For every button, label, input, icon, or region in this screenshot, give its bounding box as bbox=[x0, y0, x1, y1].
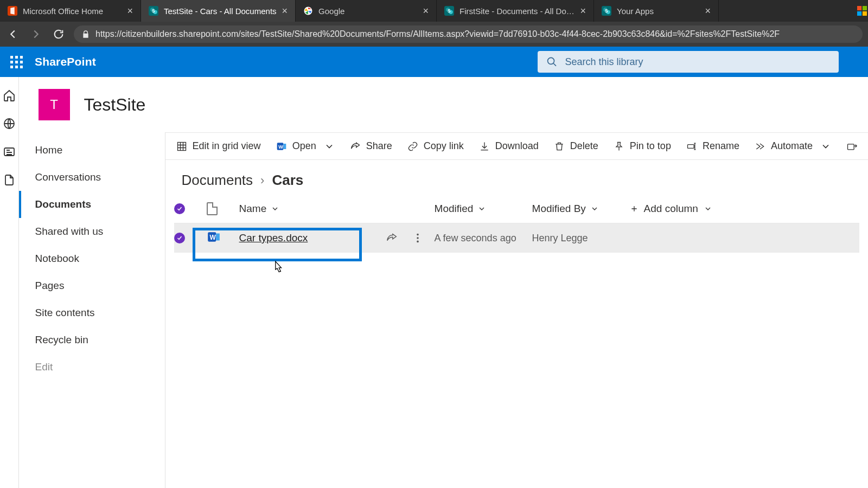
nav-recycle-bin[interactable]: Recycle bin bbox=[19, 326, 165, 354]
close-icon[interactable]: × bbox=[705, 5, 711, 17]
search-box[interactable] bbox=[538, 51, 839, 73]
add-column-button[interactable]: Add column bbox=[630, 203, 738, 215]
reload-button[interactable] bbox=[51, 27, 66, 42]
move-button[interactable] bbox=[846, 141, 857, 152]
svg-text:S: S bbox=[448, 9, 451, 14]
home-icon[interactable] bbox=[3, 89, 16, 102]
share-button[interactable]: Share bbox=[350, 140, 392, 152]
close-icon[interactable]: × bbox=[127, 5, 133, 17]
row-name-cell: Car types.docx bbox=[239, 232, 435, 244]
svg-text:S: S bbox=[152, 9, 155, 14]
grid-icon bbox=[176, 141, 187, 152]
nav-site-contents[interactable]: Site contents bbox=[19, 299, 165, 326]
download-icon bbox=[479, 141, 490, 152]
cmd-label: Edit in grid view bbox=[193, 140, 261, 152]
rename-button[interactable]: Rename bbox=[686, 140, 739, 152]
nav-shared-with-us[interactable]: Shared with us bbox=[19, 218, 165, 245]
sharepoint-icon: S bbox=[149, 6, 158, 16]
chevron-down-icon bbox=[324, 141, 335, 152]
google-icon bbox=[303, 6, 313, 16]
nav-conversations[interactable]: Conversations bbox=[19, 164, 165, 191]
cmd-label: Copy link bbox=[424, 140, 464, 152]
file-name-link[interactable]: Car types.docx bbox=[239, 232, 308, 244]
header-label: Add column bbox=[644, 203, 698, 215]
back-button[interactable] bbox=[5, 27, 21, 42]
open-button[interactable]: W Open bbox=[276, 140, 335, 152]
nav-home[interactable]: Home bbox=[19, 137, 165, 164]
header-label: Name bbox=[239, 203, 267, 215]
svg-rect-25 bbox=[687, 144, 694, 148]
browser-tab[interactable]: S TestSite - Cars - All Documents × bbox=[141, 0, 296, 22]
app-launcher-icon[interactable] bbox=[8, 53, 25, 70]
tab-title: Google bbox=[318, 7, 417, 16]
breadcrumb-current: Cars bbox=[272, 172, 303, 189]
share-icon[interactable] bbox=[386, 232, 398, 244]
chevron-down-icon bbox=[704, 204, 712, 213]
url-text: https://citizenbuilders.sharepoint.com/s… bbox=[95, 29, 780, 39]
sharepoint-icon: S bbox=[602, 6, 611, 16]
flow-icon bbox=[755, 141, 765, 152]
breadcrumb-parent[interactable]: Documents bbox=[182, 172, 253, 189]
globe-icon[interactable] bbox=[3, 117, 16, 130]
chevron-down-icon bbox=[820, 141, 831, 152]
browser-tab[interactable]: Microsoft Office Home × bbox=[0, 0, 141, 22]
close-icon[interactable]: × bbox=[282, 5, 288, 17]
close-icon[interactable]: × bbox=[423, 5, 429, 17]
name-header[interactable]: Name bbox=[239, 203, 435, 215]
brand-label[interactable]: SharePoint bbox=[35, 55, 96, 68]
document-grid: Name Modified Modified By bbox=[165, 194, 868, 253]
download-button[interactable]: Download bbox=[479, 140, 539, 152]
suite-bar: SharePoint bbox=[0, 47, 868, 77]
copy-link-button[interactable]: Copy link bbox=[407, 140, 464, 152]
select-all-header[interactable] bbox=[174, 203, 207, 214]
files-icon[interactable] bbox=[3, 174, 16, 187]
svg-rect-24 bbox=[283, 144, 286, 149]
row-selector[interactable] bbox=[174, 233, 207, 243]
check-circle-icon bbox=[174, 203, 185, 214]
app-rail bbox=[0, 77, 19, 488]
delete-button[interactable]: Delete bbox=[554, 140, 598, 152]
trash-icon bbox=[554, 141, 565, 152]
search-input[interactable] bbox=[565, 56, 830, 68]
more-icon[interactable] bbox=[412, 232, 424, 244]
cmd-label: Download bbox=[495, 140, 539, 152]
row-modified-by: Henry Legge bbox=[532, 233, 630, 244]
table-row[interactable]: W Car types.docx A few seconds ago Henry… bbox=[174, 223, 859, 253]
news-icon[interactable] bbox=[3, 145, 16, 158]
url-field[interactable]: https://citizenbuilders.sharepoint.com/s… bbox=[74, 25, 863, 43]
svg-point-18 bbox=[548, 57, 554, 64]
command-bar: Edit in grid view W Open Share Copy link bbox=[165, 133, 868, 159]
svg-point-30 bbox=[417, 234, 419, 236]
type-header[interactable] bbox=[207, 202, 239, 215]
chevron-right-icon: › bbox=[260, 174, 264, 188]
header-label: Modified bbox=[435, 203, 474, 215]
pin-to-top-button[interactable]: Pin to top bbox=[614, 140, 671, 152]
automate-button[interactable]: Automate bbox=[755, 140, 831, 152]
share-icon bbox=[350, 141, 361, 152]
cmd-label: Automate bbox=[771, 140, 813, 152]
svg-rect-14 bbox=[857, 6, 861, 10]
nav-edit[interactable]: Edit bbox=[19, 354, 165, 381]
nav-pages[interactable]: Pages bbox=[19, 272, 165, 299]
modified-by-header[interactable]: Modified By bbox=[532, 203, 630, 215]
forward-button[interactable] bbox=[28, 27, 43, 42]
browser-tab[interactable]: S Your Apps × bbox=[594, 0, 719, 22]
grid-header-row: Name Modified Modified By bbox=[174, 194, 859, 223]
site-header: T TestSite bbox=[19, 77, 868, 132]
site-logo[interactable]: T bbox=[39, 89, 70, 120]
browser-tab-bar: Microsoft Office Home × S TestSite - Car… bbox=[0, 0, 868, 22]
move-icon bbox=[846, 141, 857, 152]
browser-tab[interactable]: Google × bbox=[296, 0, 437, 22]
close-icon[interactable]: × bbox=[580, 5, 586, 17]
tab-title: TestSite - Cars - All Documents bbox=[164, 7, 277, 16]
modified-header[interactable]: Modified bbox=[435, 203, 532, 215]
edit-in-grid-button[interactable]: Edit in grid view bbox=[176, 140, 261, 152]
site-title: TestSite bbox=[84, 95, 146, 115]
word-icon: W bbox=[276, 141, 287, 152]
sharepoint-icon: S bbox=[444, 6, 454, 16]
lock-icon bbox=[81, 30, 90, 38]
nav-notebook[interactable]: Notebook bbox=[19, 245, 165, 272]
browser-tab[interactable]: S FirstSite - Documents - All Docu × bbox=[437, 0, 594, 22]
nav-documents[interactable]: Documents bbox=[19, 191, 165, 218]
main-content: Edit in grid view W Open Share Copy link bbox=[165, 132, 868, 488]
